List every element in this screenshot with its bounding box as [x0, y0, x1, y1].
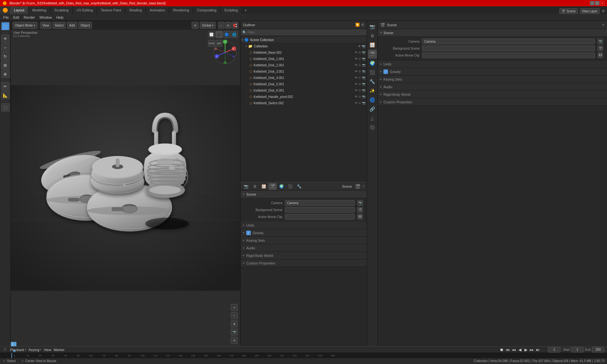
jump-start-btn[interactable]: ⏮	[505, 347, 510, 352]
timeline-playback-menu[interactable]: Playback ▾	[10, 348, 26, 352]
props-nav-world[interactable]: 🌍	[277, 183, 285, 190]
tool-move[interactable]: ↔	[1, 43, 9, 52]
outliner-filter-btn[interactable]: 🔽 ⚙	[355, 23, 364, 27]
reverse-play-btn[interactable]: ◀	[517, 347, 522, 352]
item-visibility-9[interactable]: 👁	[355, 101, 358, 105]
material-mode-btn[interactable]: 🔵	[223, 31, 230, 38]
engine-settings[interactable]: ⚙	[602, 8, 605, 14]
prop-scene-icon[interactable]: 🎬	[368, 50, 377, 58]
start-frame-input[interactable]	[571, 347, 584, 353]
outliner-item-disk-4[interactable]: ⬡ Kettlebell_Disk_4.001 👁 ⊙ 📷	[241, 75, 367, 81]
collection-render-vis[interactable]: 📷	[362, 45, 365, 48]
outliner-scene-collection[interactable]: ▾ 🔵 Scene Collection	[241, 37, 367, 43]
menu-edit[interactable]: Edit	[11, 15, 21, 19]
next-keyframe-btn[interactable]: ▸▸	[529, 347, 534, 352]
movie-clip-btn[interactable]: 🎞	[598, 52, 603, 58]
item-visibility-4[interactable]: 👁	[355, 70, 358, 73]
props-nav-viewlayer[interactable]: 🪟	[260, 183, 268, 190]
item-render-6[interactable]: 📷	[362, 82, 365, 86]
lower-movie-icon-btn[interactable]: 🎞	[357, 214, 363, 220]
item-render-5[interactable]: 📷	[362, 76, 365, 79]
props-nav-scene[interactable]: 🎬	[268, 183, 277, 190]
collection-visibility[interactable]: 👁	[358, 45, 361, 48]
item-visibility-1[interactable]: 👁	[355, 51, 358, 54]
props-nav-output[interactable]: 🖥	[251, 183, 259, 190]
item-render-2[interactable]: 📷	[362, 57, 365, 60]
outliner-item-disk-6[interactable]: ⬡ Kettlebell_Disk_6.001 👁 ⊙ 📷	[241, 87, 367, 94]
keying-sets-section[interactable]: ▸ Keying Sets	[378, 76, 607, 83]
viewport[interactable]: Object Mode ▾ View Select Add Object ⊙ G…	[11, 21, 240, 346]
tab-rendering[interactable]: Rendering	[169, 6, 193, 14]
object-menu[interactable]: Object	[78, 22, 92, 29]
solid-mode-btn[interactable]: ⬛	[216, 31, 223, 38]
lower-rigid-body-header[interactable]: ▸ Rigid Body World	[241, 252, 367, 259]
item-visibility-2[interactable]: 👁	[355, 57, 358, 60]
item-select-8[interactable]: ⊙	[359, 95, 361, 98]
close-button[interactable]: ×	[600, 1, 604, 5]
prop-object-data-icon[interactable]: △	[368, 114, 377, 123]
timeline-marker-menu[interactable]: Marker	[54, 348, 64, 352]
lower-audio-header[interactable]: ▸ Audio	[241, 244, 367, 252]
tab-layout[interactable]: Layout	[10, 6, 28, 14]
proportional-edit-btn[interactable]: ⊙	[192, 22, 199, 29]
prop-render-icon[interactable]: 📷	[368, 22, 377, 31]
minimize-button[interactable]: −	[590, 1, 594, 5]
outliner-item-disk-2[interactable]: ⬡ Kettlebell_Disk_2.001 👁 ⊙ 📷	[241, 62, 367, 68]
item-visibility-5[interactable]: 👁	[355, 76, 358, 79]
item-visibility-7[interactable]: 👁	[355, 89, 358, 92]
prop-material-icon[interactable]: ⚫	[368, 123, 377, 132]
item-select-3[interactable]: ⊙	[359, 64, 361, 67]
prop-particles-icon[interactable]: ✨	[368, 86, 377, 95]
scene-section-header[interactable]: ▾ Scene	[378, 29, 607, 37]
tool-cursor[interactable]: ✛	[1, 34, 9, 43]
props-nav-obj[interactable]: ⬛	[286, 183, 294, 190]
item-select-5[interactable]: ⊙	[359, 76, 361, 79]
lower-bg-scene-value[interactable]	[285, 207, 355, 213]
viewport-canvas[interactable]	[11, 30, 240, 346]
prop-view-layer-icon[interactable]: 🪟	[368, 40, 377, 49]
item-select-2[interactable]: ⊙	[359, 57, 361, 60]
audio-section[interactable]: ▸ Audio	[378, 83, 607, 91]
tool-scale[interactable]: ⊞	[1, 61, 9, 69]
tool-add-cube[interactable]: ⬛	[1, 103, 9, 112]
outliner-collection[interactable]: ▾ 📁 Collection 👁 📷	[241, 43, 367, 49]
item-select-1[interactable]: ⊙	[359, 51, 361, 54]
gravity-checkbox[interactable]: ✓	[383, 70, 388, 74]
props-nav-render[interactable]: 📷	[242, 183, 250, 190]
custom-props-section[interactable]: ▸ Custom Properties	[378, 98, 607, 106]
view-menu[interactable]: View	[40, 22, 52, 29]
prop-physics-icon[interactable]: 🌀	[368, 95, 377, 104]
outliner-item-disk-5[interactable]: ⬡ Kettlebell_Disk_5.001 👁 ⊙ 📷	[241, 81, 367, 87]
outliner-item-kettlebell-base[interactable]: ⬡ Kettlebell_Base.002 👁 ⊙ 📷	[241, 49, 367, 56]
camera-select-btn[interactable]: 📷	[598, 39, 603, 44]
tab-compositing[interactable]: Compositing	[193, 6, 220, 14]
view-layer-selector[interactable]: View Layer	[580, 8, 600, 14]
proportional-btn[interactable]: ⊙	[225, 22, 231, 29]
play-stop-btn[interactable]: ⏹	[499, 347, 504, 352]
x-mirror-btn[interactable]: ↔	[218, 22, 224, 29]
menu-help[interactable]: Help	[54, 15, 65, 19]
prop-modifiers-icon[interactable]: 🔧	[368, 77, 377, 86]
camera-value[interactable]: Camera	[422, 39, 595, 44]
bg-scene-value[interactable]	[422, 46, 595, 51]
tab-scripting[interactable]: Scripting	[220, 6, 242, 14]
tab-shading[interactable]: Shading	[125, 6, 146, 14]
bg-scene-btn[interactable]: 🎬	[598, 46, 603, 51]
prop-world-icon[interactable]: 🌍	[368, 59, 377, 68]
menu-window[interactable]: Window	[38, 15, 54, 19]
lower-movie-value[interactable]	[285, 214, 355, 220]
item-render-8[interactable]: 📷	[362, 95, 365, 98]
jump-end-btn[interactable]: ⏭	[535, 347, 540, 352]
lower-units-header[interactable]: ▸ Units	[241, 221, 367, 229]
item-visibility-8[interactable]: 👁	[355, 95, 358, 98]
current-frame-input[interactable]	[548, 347, 561, 353]
object-mode-selector[interactable]: Object Mode ▾	[13, 22, 37, 29]
prop-constraints-icon[interactable]: 🔗	[368, 105, 377, 113]
item-select-4[interactable]: ⊙	[359, 70, 361, 73]
tab-texture-paint[interactable]: Texture Paint	[97, 6, 125, 14]
props-nav-mod[interactable]: 🔧	[295, 183, 303, 190]
prop-output-icon[interactable]: 🖥	[368, 31, 377, 40]
tab-sculpting[interactable]: Sculpting	[51, 6, 73, 14]
play-btn[interactable]: ▶	[523, 347, 528, 352]
tab-modeling[interactable]: Modeling	[28, 6, 51, 14]
